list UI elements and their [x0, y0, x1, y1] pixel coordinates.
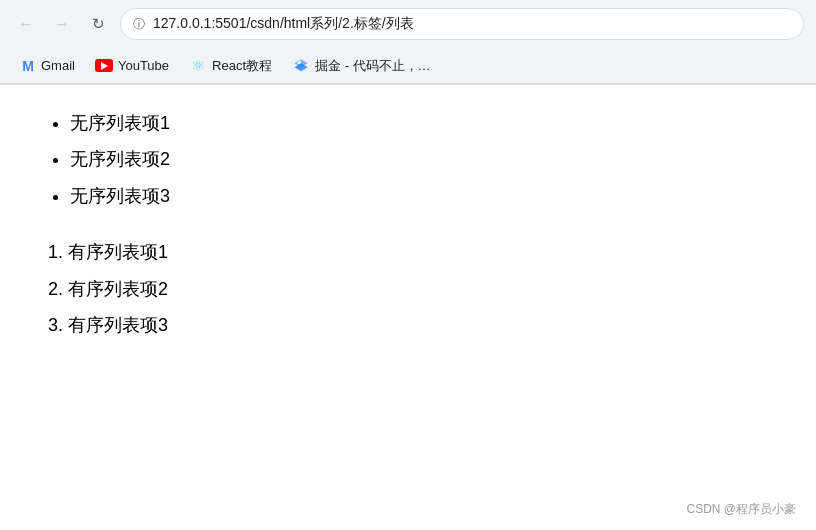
list-item: 有序列表项3 [68, 307, 776, 343]
info-icon: ⓘ [133, 16, 145, 33]
forward-button[interactable] [48, 10, 76, 38]
juejin-icon [292, 57, 310, 75]
bookmark-youtube-label: YouTube [118, 58, 169, 73]
bookmark-youtube[interactable]: YouTube [87, 54, 177, 77]
bookmark-juejin-label: 掘金 - 代码不止，… [315, 57, 431, 75]
page-content: 无序列表项1 无序列表项2 无序列表项3 有序列表项1 有序列表项2 有序列表项… [0, 85, 816, 363]
bookmark-react[interactable]: ⚛ React教程 [181, 53, 280, 79]
bookmark-gmail-label: Gmail [41, 58, 75, 73]
nav-bar: ⓘ 127.0.0.1:5501/csdn/html系列/2.标签/列表 [0, 0, 816, 48]
unordered-list: 无序列表项1 无序列表项2 无序列表项3 [70, 105, 776, 214]
list-item: 无序列表项3 [70, 178, 776, 214]
refresh-icon [92, 15, 105, 33]
footer-watermark: CSDN @程序员小豪 [686, 501, 796, 518]
youtube-icon [95, 59, 113, 72]
back-button[interactable] [12, 10, 40, 38]
bookmark-gmail[interactable]: M Gmail [12, 54, 83, 78]
refresh-button[interactable] [84, 10, 112, 38]
ordered-list: 有序列表项1 有序列表项2 有序列表项3 [68, 234, 776, 343]
list-item: 有序列表项1 [68, 234, 776, 270]
list-item: 无序列表项2 [70, 141, 776, 177]
gmail-icon: M [20, 58, 36, 74]
bookmark-juejin[interactable]: 掘金 - 代码不止，… [284, 53, 439, 79]
list-item: 有序列表项2 [68, 271, 776, 307]
bookmark-react-label: React教程 [212, 57, 272, 75]
forward-icon [54, 15, 70, 33]
bookmarks-bar: M Gmail YouTube ⚛ React教程 掘金 - 代码不止，… [0, 48, 816, 84]
list-item: 无序列表项1 [70, 105, 776, 141]
react-icon: ⚛ [189, 57, 207, 75]
address-text: 127.0.0.1:5501/csdn/html系列/2.标签/列表 [153, 15, 414, 33]
address-bar[interactable]: ⓘ 127.0.0.1:5501/csdn/html系列/2.标签/列表 [120, 8, 804, 40]
browser-chrome: ⓘ 127.0.0.1:5501/csdn/html系列/2.标签/列表 M G… [0, 0, 816, 85]
back-icon [18, 15, 34, 33]
